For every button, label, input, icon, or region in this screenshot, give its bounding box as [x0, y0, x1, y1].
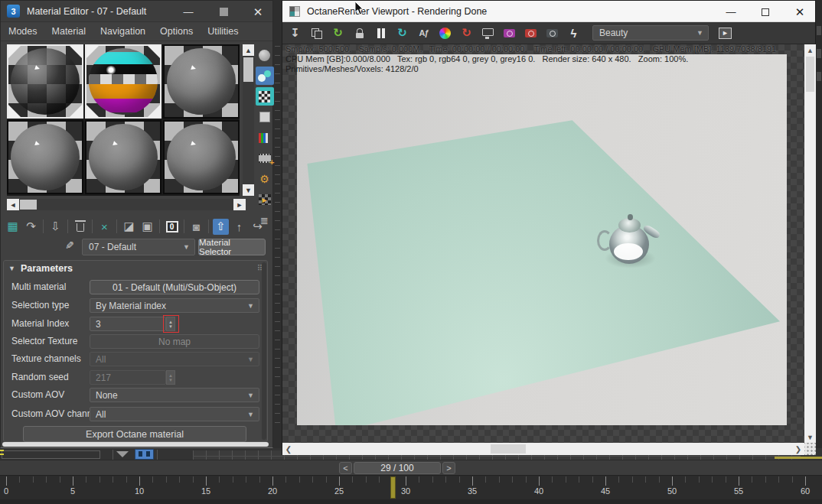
sample-vertical-scrollbar[interactable]: ▲ ▼ [243, 44, 254, 196]
video-color-check-icon[interactable] [256, 128, 274, 147]
texture-channels-dropdown[interactable]: All ▼ [90, 352, 259, 366]
material-sample-3-gray[interactable] [163, 44, 240, 119]
frame-display[interactable]: 29 / 100 [354, 462, 441, 474]
make-unique-icon[interactable]: ◪ [121, 219, 137, 235]
scrollbar-thumb[interactable] [806, 57, 814, 92]
sample-type-spheres-icon[interactable] [256, 67, 274, 85]
camera-record-icon[interactable] [524, 26, 538, 41]
material-sample-1-glass[interactable] [7, 44, 83, 119]
make-material-copy-icon[interactable]: × [96, 219, 113, 235]
put-material-to-scene-icon[interactable]: ↷ [23, 219, 39, 235]
scrollbar-thumb[interactable] [491, 444, 526, 454]
background-icon[interactable] [256, 87, 274, 106]
octane-titlebar[interactable]: OctaneRender Viewport - Rendering Done —… [282, 1, 815, 22]
render-window-icon[interactable] [481, 26, 495, 41]
prev-frame-button[interactable]: < [339, 462, 352, 474]
autofocus-icon[interactable]: Aƒ [416, 26, 431, 41]
options-icon[interactable]: ⚙ [256, 170, 274, 188]
minimize-button[interactable]: — [724, 5, 738, 18]
scroll-down-icon[interactable]: ▼ [243, 184, 254, 196]
reset-material-icon[interactable] [72, 219, 88, 235]
rollout-collapse-icon[interactable]: ▼ [8, 265, 15, 272]
parameters-header[interactable]: ▼ Parameters ⠿ [4, 261, 267, 275]
sample-horizontal-scrollbar[interactable]: ◄ ► [7, 199, 246, 210]
make-preview-icon[interactable] [256, 149, 274, 167]
selection-type-dropdown[interactable]: By Material index ▼ [90, 298, 259, 313]
material-sample-2-striped[interactable] [85, 44, 161, 119]
save-image-icon[interactable]: ↧ [288, 26, 302, 41]
kernel-flash-icon[interactable]: ϟ [566, 26, 581, 41]
octane-render-client[interactable]: Smp/px: 500/500. Samp/s: 0.000M. Time: 0… [282, 44, 804, 443]
go-to-parent-icon[interactable]: ↑ [231, 219, 247, 235]
selector-texture-button[interactable]: No map [90, 334, 259, 349]
frame-tick [485, 476, 486, 483]
timeline-playhead[interactable] [390, 476, 396, 499]
restart-render-icon[interactable]: ↻ [395, 26, 409, 41]
material-editor-titlebar[interactable]: 3 Material Editor - 07 - Default — ✕ [1, 1, 272, 22]
toolbar-separator [159, 219, 160, 233]
get-material-icon[interactable]: ▦ [5, 219, 21, 235]
multi-material-button[interactable]: 01 - Default (Multi/Sub-Object) [90, 280, 259, 294]
scroll-right-icon[interactable]: ► [233, 199, 246, 210]
resize-grip[interactable] [804, 443, 816, 455]
select-by-material-icon[interactable]: ► [256, 190, 274, 209]
export-octane-material-button[interactable]: Export Octane material [23, 426, 246, 442]
viewport-pick-icon[interactable]: ► [719, 28, 732, 39]
scroll-up-icon[interactable]: ▲ [243, 44, 254, 56]
close-button[interactable]: ✕ [793, 5, 807, 18]
eyedropper-icon[interactable]: ✎ [65, 239, 74, 252]
material-name-dropdown[interactable]: 07 - Default ▼ [82, 239, 195, 255]
copy-to-clipboard-icon[interactable] [309, 26, 324, 41]
go-forward-to-sibling-icon[interactable]: ↪ [250, 219, 266, 235]
maximize-button[interactable] [217, 5, 230, 18]
random-seed-field[interactable]: 217 ▲▼ [90, 370, 166, 385]
assign-material-to-selection-icon[interactable]: ⇩ [47, 219, 64, 235]
scrollbar-thumb[interactable] [243, 57, 253, 82]
octane-horizontal-scrollbar[interactable]: ❮ ❯ [282, 443, 804, 455]
time-slider[interactable]: < 29 / 100 > [0, 460, 822, 475]
menu-utilities[interactable]: Utilities [207, 26, 238, 37]
scroll-left-icon[interactable]: ◄ [7, 199, 19, 210]
region-render-icon[interactable]: ↻ [459, 26, 474, 41]
scroll-left-icon[interactable]: ❮ [282, 443, 295, 455]
material-sample-5-gray[interactable] [85, 120, 161, 194]
scroll-down-icon[interactable]: ▼ [804, 431, 816, 443]
menu-options[interactable]: Options [160, 26, 193, 37]
material-selector-button[interactable]: Material Selector [198, 239, 266, 255]
close-button[interactable]: ✕ [251, 5, 265, 18]
put-to-library-icon[interactable]: ▣ [139, 219, 155, 235]
spinner-arrows-icon[interactable]: ▲▼ [166, 370, 175, 385]
me-bottom-scrollbar[interactable] [2, 442, 269, 447]
frame-tick [152, 476, 153, 483]
backlight-icon[interactable] [256, 108, 274, 126]
scroll-up-icon[interactable]: ▲ [804, 44, 816, 56]
camera-icon[interactable] [545, 26, 559, 41]
lock-thread-icon[interactable] [352, 26, 367, 41]
sample-type-icon[interactable] [256, 46, 274, 64]
custom-aov-channel-dropdown[interactable]: All ▼ [90, 407, 259, 421]
minimize-button[interactable]: — [181, 5, 195, 18]
show-end-result-icon[interactable]: ⇧ [213, 219, 229, 235]
custom-aov-dropdown[interactable]: None ▼ [90, 388, 259, 402]
next-frame-button[interactable]: > [442, 462, 455, 474]
camera-export-icon[interactable] [502, 26, 517, 41]
render-pass-dropdown[interactable]: Beauty ▼ [592, 25, 709, 41]
scroll-right-icon[interactable]: ❯ [792, 443, 804, 455]
key-toggle-button[interactable] [135, 449, 154, 460]
maximize-button[interactable] [758, 5, 772, 18]
scrollbar-thumb[interactable] [20, 200, 37, 210]
show-shaded-material-in-viewport-icon[interactable]: ◙ [188, 219, 204, 235]
lut-icon[interactable] [438, 26, 452, 41]
material-sample-4-gray[interactable] [7, 120, 83, 194]
sample-sphere [167, 48, 236, 115]
material-sample-6-gray[interactable] [163, 120, 240, 194]
track-bar[interactable]: 051015202530354045505560 [0, 475, 822, 504]
material-index-field[interactable]: 3 ▲▼ [90, 317, 166, 331]
menu-modes[interactable]: Modes [8, 26, 38, 37]
octane-vertical-scrollbar[interactable]: ▲ ▼ [804, 44, 816, 443]
pause-render-icon[interactable] [373, 26, 388, 41]
menu-navigation[interactable]: Navigation [100, 26, 145, 37]
reset-render-icon[interactable]: ↻ [331, 26, 345, 41]
material-id-channel-icon[interactable]: 0 [164, 219, 180, 235]
menu-material[interactable]: Material [52, 26, 86, 37]
